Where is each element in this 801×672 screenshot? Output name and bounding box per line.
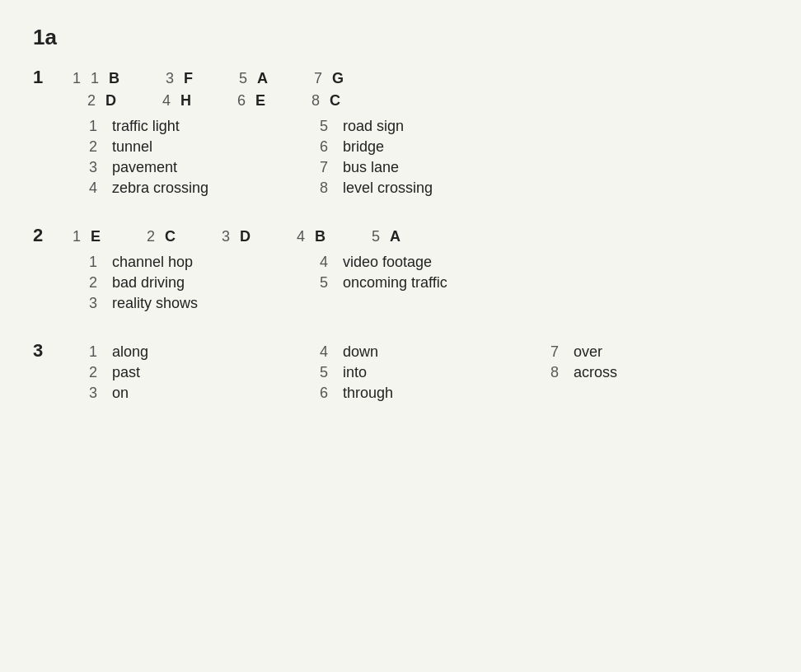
ex1-letter-C: C [330,92,340,110]
ex1-letter-G: G [332,70,344,87]
ex1-letter-H: H [180,92,191,110]
vocab-item: 2 tunnel [89,138,320,156]
vocab-num: 6 [320,385,343,402]
ex1-a8: 8 C [312,92,345,110]
ex1-a5: 5 A [239,70,273,87]
ex1-num3: 3 [166,70,179,87]
vocab-text: on [112,385,129,402]
ex1-a6: 6 E [237,92,270,110]
ex3-content: 1 along 2 past 3 on [56,343,781,405]
vocab-text: level crossing [343,180,433,197]
ex1-vocab-right: 5 road sign 6 bridge 7 bus lane [320,118,550,200]
vocab-text: road sign [343,118,404,135]
vocab-num: 4 [320,254,343,271]
ex2-num2: 2 [147,228,160,245]
ex2-letter-E: E [91,228,101,245]
ex1-num1: 1 [73,70,86,87]
ex1-letter-F: F [184,70,193,87]
vocab-text: through [343,385,393,402]
vocab-num: 5 [320,364,343,381]
vocab-item: 1 along [89,343,320,361]
vocab-item: 4 down [320,343,550,361]
vocab-num: 2 [89,138,112,156]
ex2-row: 2 1 E 2 C 3 D [33,225,768,315]
ex2-a2: 2 C [147,228,180,245]
section-title: 1a [33,25,768,50]
vocab-num: 6 [320,138,343,156]
vocab-text: traffic light [112,118,180,135]
ex1-a7: 7 G [314,70,349,87]
ex2-num3: 3 [222,228,235,245]
ex1-num8: 8 [312,92,325,110]
vocab-text: across [574,364,617,381]
ex1-a4: 4 H [162,92,196,110]
exercise-3: 3 1 along 2 past [33,340,768,405]
vocab-item: 5 oncoming traffic [320,274,550,292]
vocab-item: 5 road sign [320,118,550,135]
ex2-letter-C: C [165,228,176,245]
ex2-vocab-right: 4 video footage 5 oncoming traffic [320,254,550,315]
vocab-num: 1 [89,343,112,361]
exercise-1: 1 1 1 B 3 F 5 A [33,67,768,200]
vocab-item: 8 across [550,364,781,381]
vocab-num: 5 [320,274,343,292]
ex1-num7: 7 [314,70,327,87]
vocab-num: 2 [89,364,112,381]
vocab-text: down [343,343,378,361]
vocab-text: into [343,364,367,381]
vocab-item: 3 on [89,385,320,402]
vocab-item: 2 bad driving [89,274,320,292]
vocab-item: 7 over [550,343,781,361]
vocab-item: 5 into [320,364,550,381]
ex1-a2: 2 D [87,92,121,110]
ex3-vocab-col1: 1 along 2 past 3 on [89,343,320,405]
vocab-num: 3 [89,385,112,402]
ex2-vocab-left: 1 channel hop 2 bad driving 3 reality sh… [89,254,320,315]
vocab-item: 8 level crossing [320,180,550,197]
ex1-letter-D: D [105,92,116,110]
ex2-num5: 5 [372,228,385,245]
page-container: 1a 1 1 1 B 3 F 5 A [33,25,768,405]
ex1-num6: 6 [237,92,251,110]
ex1-vocab-cols: 1 traffic light 2 tunnel 3 pavement [89,118,550,200]
ex1-number: 1 [33,67,56,88]
vocab-text: video footage [343,254,432,271]
vocab-num: 3 [89,159,112,176]
ex2-letter-A: A [390,228,400,245]
vocab-num: 5 [320,118,343,135]
ex3-vocab-col3: 7 over 8 across [550,343,781,405]
ex1-answers-row1: 1 1 B 3 F 5 A 7 G [73,70,550,87]
vocab-text: bridge [343,138,384,156]
ex1-a3: 3 F [166,70,198,87]
ex1-sub1: 1 [91,70,104,87]
vocab-item: 7 bus lane [320,159,550,176]
vocab-num: 4 [320,343,343,361]
ex1-num4: 4 [162,92,176,110]
vocab-text: zebra crossing [112,180,208,197]
ex1-vocab: 1 traffic light 2 tunnel 3 pavement [89,118,550,200]
vocab-num: 7 [320,159,343,176]
ex1-content: 1 1 B 3 F 5 A 7 G [56,70,550,200]
vocab-text: pavement [112,159,177,176]
ex2-a1: 1 E [73,228,105,245]
ex3-vocab: 1 along 2 past 3 on [89,343,781,405]
ex2-num4: 4 [297,228,310,245]
vocab-item: 3 reality shows [89,295,320,312]
ex2-a5: 5 A [372,228,405,245]
vocab-num: 7 [550,343,574,361]
vocab-item: 6 through [320,385,550,402]
ex2-letter-B: B [315,228,326,245]
ex3-row: 3 1 along 2 past [33,340,768,405]
ex1-row: 1 1 1 B 3 F 5 A [33,67,768,200]
vocab-item: 1 channel hop [89,254,320,271]
vocab-item: 4 video footage [320,254,550,271]
exercise-2: 2 1 E 2 C 3 D [33,225,768,315]
vocab-item: 4 zebra crossing [89,180,320,197]
ex2-content: 1 E 2 C 3 D 4 B [56,228,550,315]
vocab-num: 8 [550,364,574,381]
vocab-num: 8 [320,180,343,197]
vocab-text: bad driving [112,274,185,292]
vocab-num: 1 [89,254,112,271]
ex1-letter-E: E [255,92,265,110]
ex2-letter-D: D [240,228,251,245]
